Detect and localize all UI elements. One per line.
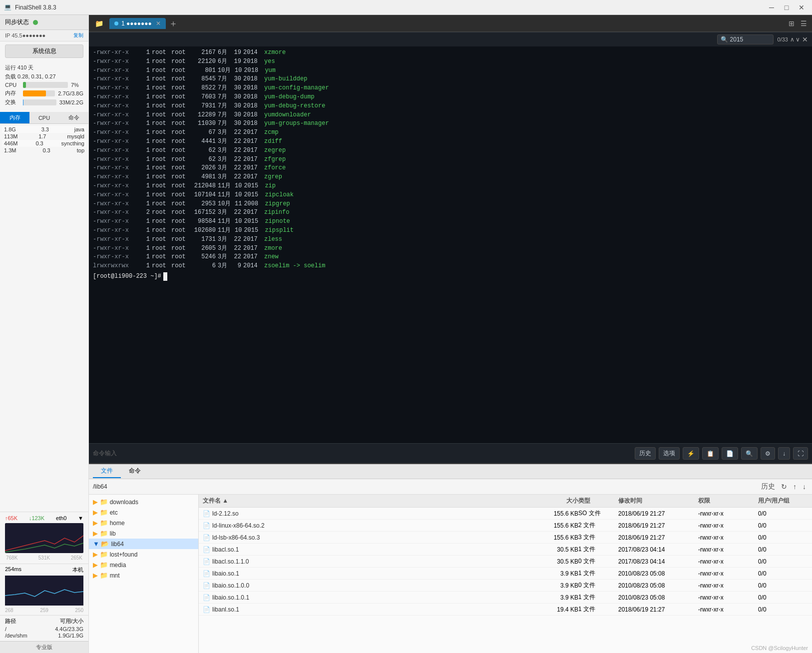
tree-label: home bbox=[110, 520, 125, 527]
close-button[interactable]: ✕ bbox=[795, 3, 808, 12]
month: 3月 bbox=[218, 173, 230, 181]
copy-ip-button[interactable]: 复制 bbox=[73, 32, 83, 39]
fullscreen-button[interactable]: ⛶ bbox=[793, 447, 808, 460]
table-row[interactable]: 📄ld-lsb-x86-64.so.3 155.6 KB 3 文件 2018/0… bbox=[199, 532, 812, 544]
filename: zforce bbox=[264, 164, 286, 172]
tree-item-downloads[interactable]: ▶ 📁 downloads bbox=[89, 497, 198, 507]
terminal-tab-bar: 📁 1 ●●●●●●● ✕ ＋ ⊞ ☰ bbox=[89, 15, 812, 32]
size: 8522 bbox=[191, 84, 216, 92]
fm-download-button[interactable]: ↓ bbox=[801, 481, 808, 492]
tab-files[interactable]: 文件 bbox=[93, 465, 121, 478]
fm-history-button[interactable]: 历史 bbox=[759, 481, 777, 492]
table-row[interactable]: 📄libaio.so.1 3.9 KB 1 文件 2010/08/23 05:0… bbox=[199, 568, 812, 580]
owner: root bbox=[152, 111, 169, 119]
paste-button[interactable]: 📄 bbox=[722, 447, 738, 460]
table-row: -rwxr-xr-x 1 root root 98584 11月 10 2015… bbox=[93, 217, 808, 226]
minimize-button[interactable]: ─ bbox=[765, 3, 778, 12]
links: 1 bbox=[142, 244, 150, 253]
filename: yes bbox=[264, 57, 275, 66]
tree-item-lib[interactable]: ▶ 📁 lib bbox=[89, 528, 198, 539]
col-header-size[interactable]: 大小 bbox=[533, 497, 578, 505]
table-row[interactable]: 📄libacl.so.1 30.5 KB 1 文件 2017/08/23 04:… bbox=[199, 544, 812, 556]
tree-item-lost-found[interactable]: ▶ 📁 lost+found bbox=[89, 549, 198, 560]
search-close-button[interactable]: ✕ bbox=[802, 35, 808, 43]
file-user: 0/0 bbox=[758, 534, 808, 541]
fm-refresh-button[interactable]: ↻ bbox=[779, 481, 789, 492]
folder-icon-button[interactable]: 📁 bbox=[92, 18, 106, 28]
day: 22 bbox=[232, 164, 241, 172]
perm: -rwxr-xr-x bbox=[93, 155, 140, 164]
fm-list-header: 文件名 ▲ 大小 类型 修改时间 权限 用户/用户组 bbox=[199, 495, 812, 508]
search-prev-button[interactable]: ∧ bbox=[790, 36, 795, 43]
terminal-tab-1[interactable]: 1 ●●●●●●● ✕ bbox=[109, 18, 166, 29]
file-user: 0/0 bbox=[758, 570, 808, 577]
folder-icon: ▶ 📁 bbox=[93, 519, 108, 527]
table-row[interactable]: 📄ld-linux-x86-64.so.2 155.6 KB 2 文件 2018… bbox=[199, 520, 812, 532]
maximize-button[interactable]: □ bbox=[780, 3, 793, 12]
filename: zmore bbox=[264, 244, 282, 253]
col-header-date: 修改时间 bbox=[618, 497, 698, 505]
sysinfo-button[interactable]: 系统信息 bbox=[5, 44, 83, 58]
links: 1 bbox=[142, 200, 150, 208]
tab-close-icon[interactable]: ✕ bbox=[156, 20, 161, 27]
table-row[interactable]: 📄libaio.so.1.0.1 3.9 KB 1 文件 2010/08/23 … bbox=[199, 592, 812, 604]
year-highlight: 2015 bbox=[244, 217, 263, 226]
filename: yumdownloader bbox=[264, 111, 311, 119]
table-row[interactable]: 📄ld-2.12.so 155.6 KB SO 文件 2018/06/19 21… bbox=[199, 508, 812, 520]
day: 10 bbox=[233, 226, 242, 235]
disk-path: / bbox=[5, 626, 6, 632]
perm: -rwxr-xr-x bbox=[93, 235, 140, 244]
process-list: 1.8G 3.3 java 113M 1.7 mysqld 446M 0.3 s… bbox=[0, 124, 88, 512]
tab-commands[interactable]: 命令 bbox=[121, 465, 149, 478]
file-date: 2018/06/19 21:27 bbox=[618, 534, 698, 541]
search-next-button[interactable]: ∨ bbox=[796, 36, 800, 43]
owner: root bbox=[152, 226, 169, 235]
file-perm: -rwxr-xr-x bbox=[698, 534, 758, 541]
tree-item-media[interactable]: ▶ 📁 media bbox=[89, 560, 198, 570]
list-item: /dev/shm 1.9G/1.9G bbox=[5, 633, 83, 639]
find-button[interactable]: 🔍 bbox=[741, 447, 758, 460]
file-name: 📄ld-lsb-x86-64.so.3 bbox=[203, 534, 533, 541]
options-button[interactable]: 选项 bbox=[659, 447, 680, 460]
search-input[interactable] bbox=[730, 36, 770, 43]
fm-content: ▶ 📁 downloads ▶ 📁 etc ▶ 📁 home ▶ 📁 lib bbox=[89, 495, 812, 653]
list-view-button[interactable]: ☰ bbox=[799, 18, 809, 28]
file-icon: 📄 bbox=[203, 582, 210, 589]
fm-upload-button[interactable]: ↑ bbox=[791, 481, 799, 492]
day: 10 bbox=[233, 66, 242, 75]
add-tab-button[interactable]: ＋ bbox=[169, 17, 178, 29]
table-row: -rwxr-xr-x 1 root root 22120 6月 19 2018 … bbox=[93, 57, 808, 66]
group: root bbox=[171, 173, 189, 181]
tab-memory[interactable]: 内存 bbox=[0, 112, 29, 123]
owner: root bbox=[152, 119, 169, 128]
copy-button[interactable]: 📋 bbox=[702, 447, 719, 460]
grid-view-button[interactable]: ⊞ bbox=[787, 18, 797, 28]
table-row[interactable]: 📄libanl.so.1 19.4 KB 1 文件 2018/06/19 21:… bbox=[199, 604, 812, 616]
settings-button[interactable]: ⚙ bbox=[761, 447, 775, 460]
table-row[interactable]: 📄libaio.so.1.0.0 3.9 KB 0 文件 2010/08/23 … bbox=[199, 580, 812, 592]
prompt-text: [root@li900-223 ~]# bbox=[93, 272, 161, 281]
file-name: 📄libaio.so.1.0.0 bbox=[203, 582, 533, 589]
cpu-bar-fill bbox=[23, 82, 26, 88]
table-row: -rwxr-xr-x 1 root root 8545 7月 30 2018 y… bbox=[93, 75, 808, 83]
col-header-name[interactable]: 文件名 ▲ bbox=[203, 497, 533, 505]
tree-item-lib64[interactable]: ▼ 📂 lib64 bbox=[89, 539, 198, 549]
table-row[interactable]: 📄libacl.so.1.1.0 30.5 KB 0 文件 2017/08/23… bbox=[199, 556, 812, 568]
tree-item-mnt[interactable]: ▶ 📁 mnt bbox=[89, 570, 198, 581]
tree-item-home[interactable]: ▶ 📁 home bbox=[89, 518, 198, 528]
tree-item-etc[interactable]: ▶ 📁 etc bbox=[89, 507, 198, 518]
net-stats-row: ↑65K ↓123K eth0 ▼ bbox=[5, 515, 83, 521]
history-button[interactable]: 历史 bbox=[635, 447, 656, 460]
swap-label: 交换 bbox=[5, 98, 20, 106]
table-row: -rwxr-xr-x 1 root root 7931 7月 30 2018 y… bbox=[93, 102, 808, 110]
window-controls: ─ □ ✕ bbox=[765, 3, 808, 12]
tab-cpu[interactable]: CPU bbox=[29, 112, 59, 123]
lightning-button[interactable]: ⚡ bbox=[683, 447, 699, 460]
col-header-perm: 权限 bbox=[698, 497, 758, 505]
file-size: 3.9 KB bbox=[533, 570, 578, 577]
filename: yum-builddep bbox=[264, 75, 307, 83]
file-date: 2018/06/19 21:27 bbox=[618, 510, 698, 517]
download-button[interactable]: ↓ bbox=[778, 447, 790, 460]
tab-commands[interactable]: 命令 bbox=[59, 112, 88, 123]
proc-name: syncthing bbox=[61, 140, 84, 146]
